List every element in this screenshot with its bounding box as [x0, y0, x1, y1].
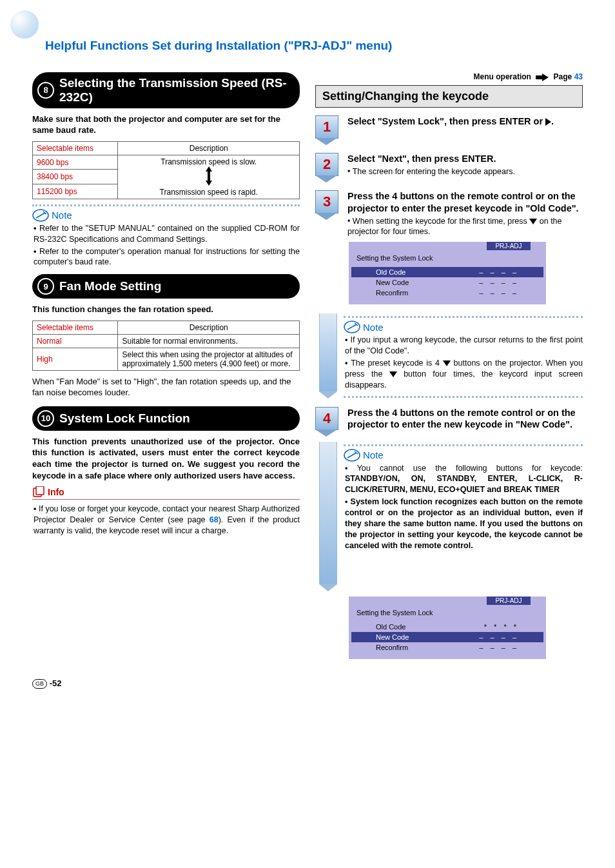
- osd-val: – – – –: [479, 644, 538, 651]
- osd-row: Old Code * * * *: [356, 622, 538, 632]
- svg-marker-4: [536, 74, 549, 81]
- section-8-lead: Make sure that both the projector and co…: [32, 113, 300, 136]
- speed-arrow-icon: [204, 166, 213, 186]
- table-cell: Normal: [33, 334, 118, 348]
- section-9-title: Fan Mode Setting: [59, 279, 161, 293]
- step-number: 4: [315, 407, 338, 430]
- step-text: Select "Next", then press: [347, 153, 462, 164]
- fan-mode-table: Selectable items Description Normal Suit…: [32, 321, 300, 371]
- step-badge: 2: [315, 153, 341, 182]
- step-text: Select "System Lock", then press: [347, 116, 499, 126]
- section-10-body: This function prevents unauthorized use …: [32, 436, 300, 481]
- osd-key: Reconfirm: [356, 289, 408, 297]
- left-column: 8 Selecting the Transmission Speed (RS-2…: [32, 72, 300, 659]
- menu-op-page-label: Page: [554, 72, 572, 81]
- baud-rate-table: Selectable items Description 9600 bps Tr…: [32, 141, 300, 199]
- note-item: Refer to the computer's operation manual…: [34, 246, 300, 268]
- step-subtext: • The screen for entering the keycode ap…: [347, 166, 583, 177]
- section-9-trail: When "Fan Mode" is set to "High", the fa…: [32, 376, 300, 399]
- step-text: or: [531, 116, 546, 126]
- note-label: Note: [52, 210, 72, 221]
- note-item: If you input a wrong keycode, the cursor…: [345, 335, 583, 357]
- step-4: 4 Press the 4 buttons on the remote cont…: [315, 407, 583, 437]
- osd-tab: PRJ-ADJ: [487, 597, 531, 605]
- osd-val: * * * *: [484, 623, 538, 631]
- page-num-text: -52: [50, 678, 62, 688]
- osd-val: – – – –: [479, 289, 538, 297]
- note-header: Note: [32, 209, 300, 222]
- note-list: If you input a wrong keycode, the cursor…: [345, 335, 583, 390]
- osd-title: Setting the System Lock: [356, 254, 538, 262]
- menu-op-page-num: 43: [574, 72, 583, 81]
- down-arrow-icon: [529, 219, 537, 224]
- step-badge: 3: [315, 190, 341, 220]
- note-icon: [32, 209, 49, 222]
- section-10-header: 10 System Lock Function: [32, 406, 300, 431]
- chevron-down-icon: [315, 175, 337, 182]
- table-header: Description: [118, 141, 300, 155]
- desc-rapid: Transmission speed is rapid.: [160, 188, 258, 197]
- table-header: Selectable items: [33, 141, 118, 155]
- svg-marker-0: [206, 166, 212, 186]
- step-continuator: [319, 313, 337, 400]
- section-9-lead: This function changes the fan rotation s…: [32, 304, 300, 315]
- note-label: Note: [363, 322, 384, 333]
- divider: [344, 444, 583, 446]
- step-subtext: • When setting the keycode for the first…: [347, 216, 583, 237]
- info-item: If you lose or forget your keycode, cont…: [34, 504, 300, 537]
- osd-row: New Code – – – –: [356, 277, 538, 288]
- step-body: Select "Next", then press ENTER. • The s…: [347, 153, 583, 177]
- osd-row: Reconfirm – – – –: [356, 288, 538, 298]
- osd-key: New Code: [356, 279, 409, 286]
- menu-op-label: Menu operation: [474, 72, 531, 81]
- section-10-title: System Lock Function: [59, 411, 190, 426]
- note-icon: [344, 321, 360, 333]
- step-continuator: [319, 442, 337, 591]
- section-number-icon: 10: [37, 410, 54, 427]
- step-1: 1 Select "System Lock", then press ENTER…: [315, 115, 583, 145]
- info-icon: [32, 486, 45, 498]
- table-cell: High: [33, 348, 118, 370]
- section-number-icon: 8: [37, 82, 54, 99]
- osd-val: – – – –: [479, 268, 538, 276]
- osd-key: Reconfirm: [356, 644, 408, 651]
- page-number: GB -52: [32, 678, 583, 689]
- osd-key: Old Code: [356, 268, 405, 276]
- table-cell: Suitable for normal environments.: [118, 334, 300, 348]
- down-arrow-icon: [389, 371, 397, 377]
- osd-preview-old-code: PRJ-ADJ Setting the System Lock Old Code…: [349, 242, 546, 304]
- osd-key: New Code: [356, 633, 409, 641]
- note-header: Note: [344, 321, 583, 333]
- step-text: .: [551, 116, 554, 126]
- osd-tab: PRJ-ADJ: [487, 242, 531, 250]
- step-number: 2: [315, 153, 338, 176]
- osd-val: – – – –: [479, 633, 538, 641]
- divider: [32, 204, 300, 206]
- step-text: .: [494, 153, 496, 164]
- table-cell: 38400 bps: [33, 170, 118, 184]
- table-cell: 115200 bps: [33, 184, 118, 199]
- osd-title: Setting the System Lock: [356, 609, 538, 616]
- step-badge: 1: [315, 115, 341, 145]
- desc-slow: Transmission speed is slow.: [161, 157, 257, 166]
- step-number: 1: [315, 115, 338, 139]
- arrow-right-icon: [536, 74, 549, 81]
- note-list: You cannot use the following buttons for…: [345, 463, 583, 551]
- keycode-section-title: Setting/Changing the keycode: [315, 85, 583, 108]
- step-number: 3: [315, 190, 338, 213]
- right-arrow-icon: [545, 118, 551, 126]
- osd-row: New Code – – – –: [351, 632, 543, 642]
- table-header: Description: [118, 321, 300, 334]
- osd-key: Old Code: [356, 623, 405, 631]
- info-label: Info: [48, 487, 64, 497]
- osd-row: Reconfirm – – – –: [356, 642, 538, 653]
- step-badge: 4: [315, 407, 341, 437]
- down-arrow-icon: [443, 360, 451, 366]
- chevron-down-icon: [315, 213, 337, 220]
- page-ref: 68: [210, 515, 219, 524]
- section-8-title: Selecting the Transmission Speed (RS-232…: [59, 76, 289, 104]
- page-title: Helpful Functions Set during Installatio…: [45, 39, 583, 53]
- table-cell: Transmission speed is slow. Transmission…: [118, 155, 300, 199]
- note-icon: [344, 449, 360, 462]
- section-8-header: 8 Selecting the Transmission Speed (RS-2…: [32, 72, 300, 108]
